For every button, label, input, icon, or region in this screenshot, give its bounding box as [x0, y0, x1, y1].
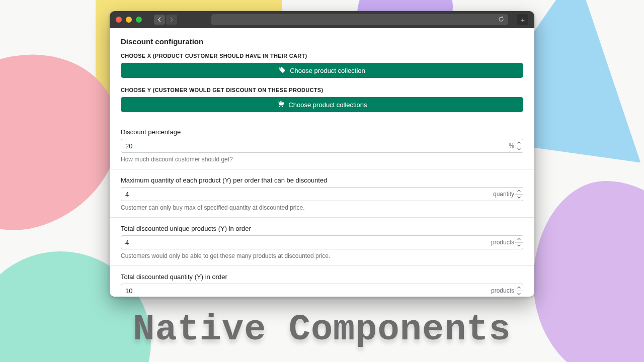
max-qty-each-stepper: [515, 187, 523, 201]
step-down-button[interactable]: [515, 146, 523, 153]
tag-icon: [279, 66, 286, 75]
chevron-down-icon: [517, 196, 521, 199]
nav-buttons: [154, 15, 177, 25]
total-qty-stepper: [515, 284, 523, 297]
discount-percentage-help: How much discount customer should get?: [121, 156, 523, 163]
window-close-button[interactable]: [116, 17, 122, 23]
discount-percentage-input[interactable]: [121, 139, 515, 153]
choose-x-button[interactable]: Choose product collection: [121, 63, 523, 78]
unique-products-help: Customers would only be able to get thes…: [121, 252, 523, 259]
total-qty-input[interactable]: [121, 284, 515, 297]
total-qty-label: Total discounted quantity (Y) in order: [121, 273, 523, 281]
chevron-up-icon: [517, 141, 521, 144]
step-down-button[interactable]: [515, 291, 523, 297]
browser-titlebar: +: [110, 11, 534, 28]
unique-products-stepper: [515, 235, 523, 249]
cart-icon: [277, 100, 284, 109]
chevron-down-icon: [517, 148, 521, 150]
choose-x-section: CHOOSE X (PRODUCT CUSTOMER SHOULD HAVE I…: [121, 53, 523, 78]
step-up-button[interactable]: [515, 188, 523, 195]
step-up-button[interactable]: [515, 284, 523, 291]
refresh-icon[interactable]: [498, 15, 504, 24]
unique-products-field: Total discounted unique products (Y) in …: [121, 218, 523, 265]
chevron-left-icon: [157, 17, 162, 22]
choose-x-button-label: Choose product collection: [290, 67, 365, 74]
chevron-up-icon: [517, 286, 521, 289]
max-qty-each-field: Maximum quantity of each product (Y) per…: [121, 169, 523, 217]
unique-products-input[interactable]: [121, 235, 515, 249]
window-maximize-button[interactable]: [136, 17, 142, 23]
choose-y-button-label: Choose product collections: [288, 101, 367, 109]
chevron-up-icon: [517, 238, 521, 240]
chevron-right-icon: [169, 17, 174, 22]
discount-percentage-label: Discount percentage: [121, 128, 523, 136]
plus-icon: +: [521, 16, 525, 24]
max-qty-each-label: Maximum quantity of each product (Y) per…: [121, 176, 523, 184]
page-title: Discount configuration: [121, 37, 523, 46]
browser-window: + Discount configuration CHOOSE X (PRODU…: [110, 11, 534, 297]
choose-y-label: CHOOSE Y (CUSTOMER WOULD GET DISCOUNT ON…: [121, 87, 523, 93]
choose-y-section: CHOOSE Y (CUSTOMER WOULD GET DISCOUNT ON…: [121, 87, 523, 112]
unique-products-label: Total discounted unique products (Y) in …: [121, 225, 523, 232]
choose-x-label: CHOOSE X (PRODUCT CUSTOMER SHOULD HAVE I…: [121, 53, 523, 59]
svg-point-0: [279, 106, 280, 107]
step-down-button[interactable]: [515, 195, 523, 201]
total-qty-field: Total discounted quantity (Y) in order p…: [121, 266, 523, 297]
window-minimize-button[interactable]: [126, 17, 132, 23]
new-tab-button[interactable]: +: [517, 14, 528, 25]
choose-y-button[interactable]: Choose product collections: [121, 97, 523, 112]
url-bar[interactable]: [211, 14, 508, 25]
step-up-button[interactable]: [515, 139, 523, 146]
discount-percentage-stepper: [515, 139, 523, 153]
hero-title: Native Components: [0, 309, 644, 350]
step-down-button[interactable]: [515, 243, 523, 249]
max-qty-each-help: Customer can only buy max of specified q…: [121, 204, 523, 211]
chevron-down-icon: [517, 293, 521, 295]
chevron-up-icon: [517, 190, 521, 192]
step-up-button[interactable]: [515, 236, 523, 243]
page-content: Discount configuration CHOOSE X (PRODUCT…: [110, 28, 534, 297]
nav-forward-button[interactable]: [166, 15, 177, 25]
max-qty-each-input[interactable]: [121, 187, 515, 201]
nav-back-button[interactable]: [154, 15, 165, 25]
svg-point-1: [282, 106, 283, 107]
discount-percentage-field: Discount percentage % How much discount …: [121, 121, 523, 169]
chevron-down-icon: [517, 244, 521, 247]
